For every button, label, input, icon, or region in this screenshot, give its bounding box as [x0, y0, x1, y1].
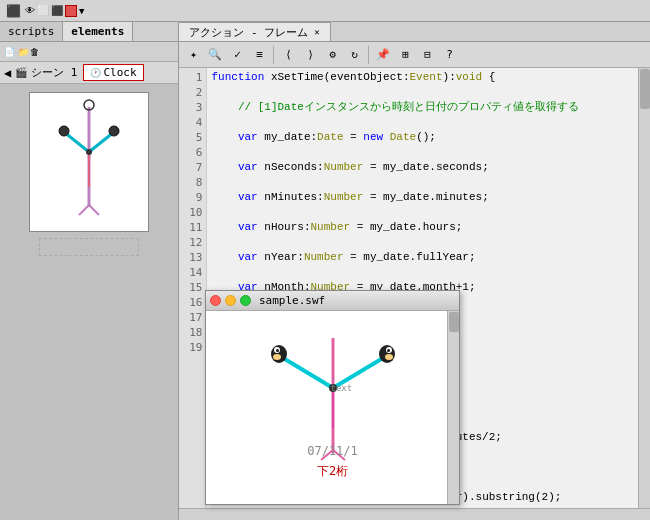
svg-point-5 — [59, 126, 69, 136]
folder-btn[interactable]: 📁 — [18, 47, 29, 57]
svg-point-16 — [273, 354, 281, 360]
check-btn[interactable]: ✓ — [227, 45, 247, 65]
svg-point-20 — [385, 354, 393, 360]
close-window-btn[interactable] — [210, 295, 221, 306]
swf-window-title: sample.swf — [259, 294, 325, 307]
swf-scrollbar[interactable] — [447, 311, 459, 504]
back-btn[interactable]: ◀ — [4, 66, 11, 80]
swf-preview-window: sample.swf — [205, 290, 460, 505]
close-tab-btn[interactable]: ✕ — [314, 27, 319, 37]
collapse-btn[interactable]: ⊟ — [417, 45, 437, 65]
tab-elements[interactable]: elements — [63, 22, 133, 41]
debug-btn[interactable]: ⚙ — [322, 45, 342, 65]
toolbar-icon-6[interactable]: ▼ — [79, 6, 84, 16]
svg-line-11 — [283, 358, 333, 388]
svg-point-18 — [276, 349, 279, 352]
fwd-code-btn[interactable]: ⟩ — [300, 45, 320, 65]
svg-point-19 — [379, 345, 395, 363]
line-numbers: 12345 678910 1112131415 16171819 — [179, 68, 207, 508]
left-toolbar: 📄 📁 🗑 — [0, 42, 178, 62]
toolbar-icon-4[interactable]: ⬛ — [51, 5, 63, 16]
svg-point-7 — [86, 149, 92, 155]
action-tab[interactable]: アクション - フレーム ✕ — [179, 22, 330, 41]
scene-label: シーン 1 — [31, 65, 77, 80]
swf-content: text 07/11/1 下2桁 — [206, 311, 459, 504]
tab-scripts[interactable]: scripts — [0, 22, 63, 41]
tab-elements-label: elements — [71, 25, 124, 38]
scene-bar: ◀ 🎬 シーン 1 🕐 Clock — [0, 62, 178, 84]
desc-label: 下2桁 — [317, 463, 348, 480]
left-tabs: scripts elements — [0, 22, 178, 42]
stage-canvas — [29, 92, 149, 232]
pin-btn[interactable]: 📌 — [373, 45, 393, 65]
help-btn[interactable]: ? — [439, 45, 459, 65]
svg-point-22 — [387, 349, 390, 352]
left-panel: scripts elements 📄 📁 🗑 ◀ 🎬 シーン 1 🕐 Clock — [0, 22, 179, 520]
ref-btn[interactable]: ↻ — [344, 45, 364, 65]
swf-titlebar: sample.swf — [206, 291, 459, 311]
scrollbar-thumb[interactable] — [640, 69, 650, 109]
list-btn[interactable]: ≡ — [249, 45, 269, 65]
delete-btn[interactable]: 🗑 — [30, 47, 39, 57]
sep-2 — [368, 46, 369, 64]
search-btn[interactable]: 🔍 — [205, 45, 225, 65]
top-toolbar: ⬛ 👁 ⬜ ⬛ ▼ — [0, 0, 650, 22]
clock-label: Clock — [103, 66, 136, 79]
minimize-window-btn[interactable] — [225, 295, 236, 306]
clock-icon: 🕐 — [90, 68, 101, 78]
swf-figure-container: text 07/11/1 下2桁 — [243, 328, 423, 488]
back-code-btn[interactable]: ⟨ — [278, 45, 298, 65]
new-layer-btn[interactable]: 📄 — [2, 47, 17, 57]
toolbar-icon-1[interactable]: ⬛ — [4, 4, 23, 18]
action-tab-label: アクション - フレーム — [189, 25, 308, 40]
clock-button[interactable]: 🕐 Clock — [83, 64, 143, 81]
toolbar-icon-2[interactable]: 👁 — [25, 5, 35, 16]
code-toolbar: ✦ 🔍 ✓ ≡ ⟨ ⟩ ⚙ ↻ 📌 ⊞ ⊟ ? — [179, 42, 650, 68]
swf-scrollbar-thumb[interactable] — [449, 312, 459, 332]
toolbar-icon-5[interactable] — [65, 5, 77, 17]
action-tab-bar: アクション - フレーム ✕ — [179, 22, 650, 42]
add-btn[interactable]: ✦ — [183, 45, 203, 65]
tab-scripts-label: scripts — [8, 25, 54, 38]
svg-point-6 — [109, 126, 119, 136]
toolbar-icon-3[interactable]: ⬜ — [37, 5, 49, 16]
canvas-area — [0, 84, 178, 520]
sep-1 — [273, 46, 274, 64]
clock-figure — [54, 97, 124, 227]
date-display: 07/11/1 — [307, 444, 358, 458]
svg-point-15 — [271, 345, 287, 363]
maximize-window-btn[interactable] — [240, 295, 251, 306]
svg-line-8 — [79, 205, 89, 215]
scene-icon: 🎬 — [15, 67, 27, 78]
object-name-input[interactable] — [39, 238, 139, 256]
expand-btn[interactable]: ⊞ — [395, 45, 415, 65]
vertical-scrollbar[interactable] — [638, 68, 650, 508]
bottom-scrollbar[interactable] — [179, 508, 650, 520]
svg-line-9 — [89, 205, 99, 215]
text-label: text — [331, 383, 353, 393]
